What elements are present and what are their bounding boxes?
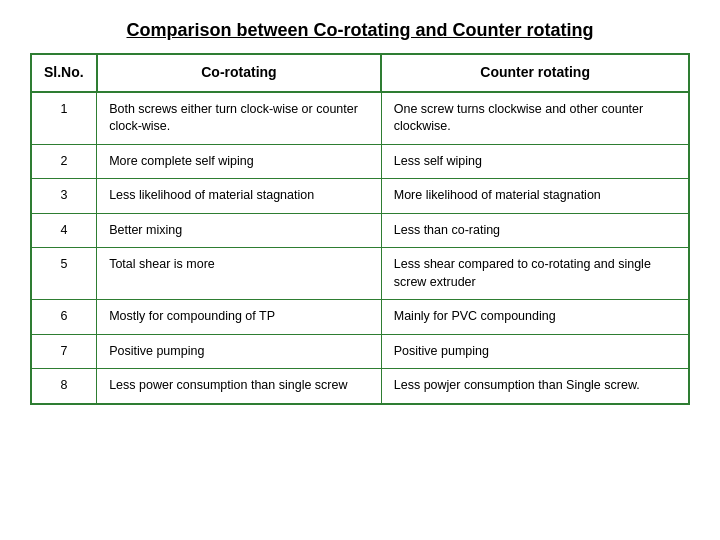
cell-counter-rotating: More likelihood of material stagnation	[381, 179, 689, 214]
table-row: 7Positive pumpingPositive pumping	[31, 334, 689, 369]
comparison-table: Sl.No. Co-rotating Counter rotating 1Bot…	[30, 53, 690, 405]
table-row: 4Better mixingLess than co-rating	[31, 213, 689, 248]
cell-co-rotating: Better mixing	[97, 213, 382, 248]
cell-co-rotating: Less likelihood of material stagnation	[97, 179, 382, 214]
cell-co-rotating: Positive pumping	[97, 334, 382, 369]
table-row: 8Less power consumption than single scre…	[31, 369, 689, 404]
cell-counter-rotating: Less powjer consumption than Single scre…	[381, 369, 689, 404]
cell-number: 3	[31, 179, 97, 214]
cell-counter-rotating: Less than co-rating	[381, 213, 689, 248]
cell-number: 7	[31, 334, 97, 369]
cell-co-rotating: Less power consumption than single screw	[97, 369, 382, 404]
table-row: 5Total shear is moreLess shear compared …	[31, 248, 689, 300]
cell-number: 2	[31, 144, 97, 179]
table-row: 3Less likelihood of material stagnationM…	[31, 179, 689, 214]
header-counter-rotating: Counter rotating	[381, 54, 689, 92]
table-row: 6Mostly for compounding of TPMainly for …	[31, 300, 689, 335]
cell-number: 4	[31, 213, 97, 248]
page-title: Comparison between Co-rotating and Count…	[30, 20, 690, 41]
cell-counter-rotating: Less shear compared to co-rotating and s…	[381, 248, 689, 300]
cell-counter-rotating: Positive pumping	[381, 334, 689, 369]
cell-number: 8	[31, 369, 97, 404]
cell-number: 6	[31, 300, 97, 335]
cell-counter-rotating: One screw turns clockwise and other coun…	[381, 92, 689, 145]
cell-counter-rotating: Less self wiping	[381, 144, 689, 179]
cell-co-rotating: Mostly for compounding of TP	[97, 300, 382, 335]
header-slno: Sl.No.	[31, 54, 97, 92]
cell-co-rotating: Total shear is more	[97, 248, 382, 300]
cell-number: 5	[31, 248, 97, 300]
cell-number: 1	[31, 92, 97, 145]
header-co-rotating: Co-rotating	[97, 54, 382, 92]
table-row: 2More complete self wipingLess self wipi…	[31, 144, 689, 179]
cell-co-rotating: More complete self wiping	[97, 144, 382, 179]
table-row: 1Both screws either turn clock-wise or c…	[31, 92, 689, 145]
cell-counter-rotating: Mainly for PVC compounding	[381, 300, 689, 335]
cell-co-rotating: Both screws either turn clock-wise or co…	[97, 92, 382, 145]
